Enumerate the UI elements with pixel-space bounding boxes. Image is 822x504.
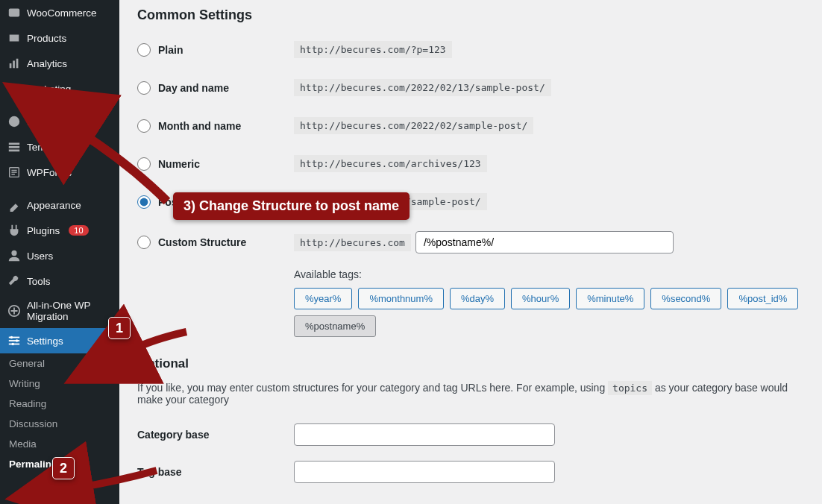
tag-monthnum[interactable]: %monthnum% (358, 288, 444, 309)
svg-rect-4 (16, 59, 19, 69)
option-plain[interactable]: Plain (137, 43, 294, 57)
sidebar-item-marketing[interactable]: Marketing (0, 76, 119, 101)
svg-point-14 (11, 343, 14, 346)
sidebar-sub-general[interactable]: General (0, 353, 119, 374)
svg-point-12 (10, 336, 13, 339)
custom-structure-input[interactable] (415, 231, 674, 253)
custom-base-url: http://becures.com (294, 234, 411, 251)
url-month-and-name: http://becures.com/2022/02/sample-post/ (294, 117, 533, 134)
url-day-and-name: http://becures.com/2022/02/13/sample-pos… (294, 79, 551, 96)
tag-day[interactable]: %day% (450, 288, 505, 309)
available-tags-label: Available tags: (294, 268, 807, 280)
available-tags: %year% %monthnum% %day% %hour% %minute% … (294, 288, 807, 337)
sidebar-item-plugins[interactable]: Plugins10 (0, 218, 119, 243)
svg-rect-1 (10, 35, 19, 42)
sidebar-item-settings[interactable]: Settings (0, 328, 119, 353)
annotation-step-1: 1 (108, 317, 131, 339)
sidebar-item-woocommerce[interactable]: WooCommerce (0, 0, 119, 25)
sidebar-sub-writing[interactable]: Writing (0, 374, 119, 394)
tag-minute[interactable]: %minute% (576, 288, 644, 309)
option-custom[interactable]: Custom Structure (137, 236, 294, 249)
sidebar-sub-reading[interactable]: Reading (0, 394, 119, 414)
optional-description: If you like, you may enter custom struct… (137, 382, 807, 406)
svg-point-7 (11, 251, 16, 256)
sidebar-sub-media[interactable]: Media (0, 434, 119, 454)
radio-plain[interactable] (137, 43, 151, 57)
tag-post-id[interactable]: %post_id% (727, 288, 798, 309)
sidebar-sub-discussion[interactable]: Discussion (0, 414, 119, 434)
common-settings-heading: Common Settings (137, 7, 807, 23)
tag-postname[interactable]: %postname% (294, 315, 376, 337)
svg-point-5 (9, 116, 19, 127)
tag-second[interactable]: %second% (650, 288, 721, 309)
url-numeric: http://becures.com/archives/123 (294, 155, 487, 172)
svg-rect-2 (10, 63, 12, 68)
category-base-input[interactable] (294, 423, 555, 446)
svg-point-13 (16, 339, 19, 342)
tag-base-input[interactable] (294, 461, 555, 483)
svg-rect-3 (13, 60, 15, 68)
annotation-arrow-2 (71, 467, 160, 500)
plugin-count-badge: 10 (69, 225, 88, 236)
annotation-arrow-3 (70, 127, 175, 212)
sidebar-item-tools[interactable]: Tools (0, 268, 119, 294)
main-content: Common Settings Plain http://becures.com… (119, 0, 822, 504)
option-day-and-name[interactable]: Day and name (137, 81, 294, 95)
annotation-step-2: 2 (52, 457, 75, 479)
category-base-label: Category base (137, 429, 294, 441)
sidebar-item-analytics[interactable]: Analytics (0, 51, 119, 76)
sidebar-item-products[interactable]: Products (0, 25, 119, 51)
sidebar-item-aio-migration[interactable]: All-in-One WP Migration (0, 294, 119, 328)
tag-year[interactable]: %year% (294, 288, 352, 309)
radio-day-and-name[interactable] (137, 81, 151, 95)
url-plain: http://becures.com/?p=123 (294, 41, 452, 58)
annotation-step-3: 3) Change Structure to post name (173, 192, 410, 220)
annotation-arrow-1 (123, 328, 190, 361)
admin-sidebar: WooCommerce Products Analytics Marketing… (0, 0, 119, 504)
radio-custom[interactable] (137, 236, 151, 249)
tag-base-label: Tag base (137, 466, 294, 478)
optional-heading: Optional (137, 356, 807, 371)
tag-hour[interactable]: %hour% (511, 288, 570, 309)
sidebar-item-users[interactable]: Users (0, 243, 119, 268)
svg-rect-0 (9, 9, 19, 17)
